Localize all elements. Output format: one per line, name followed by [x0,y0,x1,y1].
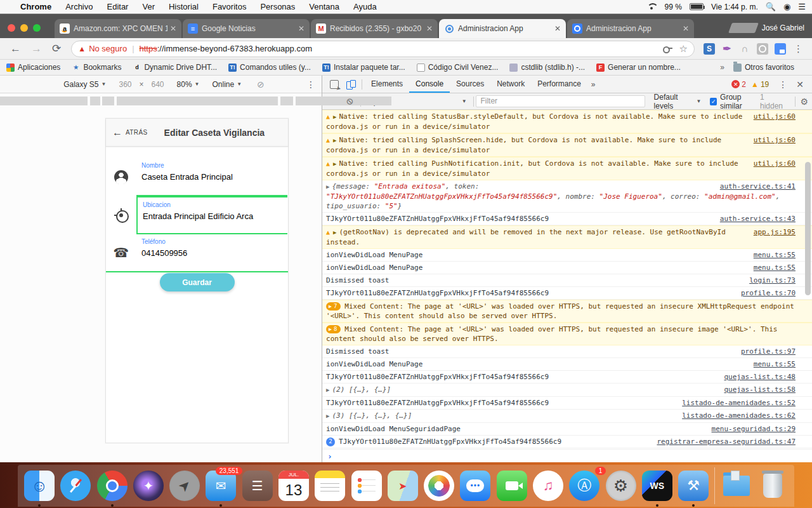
device-toolbar-menu[interactable]: ⋮ [306,79,315,90]
dock-icon-calendar[interactable]: JUL.13 [277,469,310,502]
tab-close-icon[interactable]: ✕ [683,24,689,33]
browser-tab[interactable]: Administracion App✕ [567,19,694,38]
clear-console-icon[interactable]: ⊘ [346,97,354,107]
console-settings-icon[interactable]: ⚙ [800,97,808,107]
expand-arrow-icon[interactable]: ▶ [333,114,336,120]
dock-icon-sysprefs[interactable]: ⚙ [605,469,638,502]
console-log-row[interactable]: listado-de-amenidades.ts:52TJkyYOrt011u8… [322,397,812,410]
devtools-tab-network[interactable]: Network [490,76,531,93]
menubar-item-ver[interactable]: Ver [142,2,155,11]
throttling-select[interactable]: Online▼ [213,80,242,89]
log-levels-select[interactable]: Default levels▼ [654,93,702,110]
menubar-item-chrome[interactable]: Chrome [20,2,51,11]
close-window-button[interactable] [8,24,15,32]
console-log-row[interactable]: editar-empresa.ts:63Dismissed toast [322,448,812,449]
source-link[interactable]: profile.ts:97 [741,347,796,356]
new-tab-button[interactable] [728,23,759,33]
console-log-row[interactable]: profile.ts:97Dismissed toast [322,345,812,358]
console-warning-row[interactable]: ▶7Mixed Content: The page at '<URL>' was… [322,300,812,323]
tab-close-icon[interactable]: ✕ [298,24,304,33]
dock-icon-photos[interactable] [422,469,455,502]
devtools-menu-button[interactable]: ⋮ [774,79,792,90]
source-link[interactable]: util.js:60 [754,159,796,168]
menubar-item-ventana[interactable]: Ventana [309,2,339,11]
tab-close-icon[interactable]: ✕ [426,24,433,33]
console-log-row[interactable]: auth-service.ts:41▶{message: "Entrada ex… [322,180,812,213]
console-log-row[interactable]: listado-de-amenidades.ts:62▶(3) [{…}, {…… [322,410,812,423]
devtools-close-button[interactable]: ✕ [792,79,808,90]
source-link[interactable]: listado-de-amenidades.ts:52 [682,398,796,408]
extension-pip-icon[interactable] [775,43,786,55]
source-link[interactable]: listado-de-amenidades.ts:62 [682,411,796,420]
field-value[interactable]: Caseta Entrada Principal [141,172,282,182]
bookmark-item[interactable]: T!Instalar paquete tar... [322,63,405,72]
viewport-width[interactable]: 360 [119,80,131,89]
dock-icon-finder[interactable]: ☺ [23,469,56,502]
bookmark-item[interactable]: ★Bookmarks [72,63,121,72]
dock-icon-webstorm[interactable]: WS [641,469,674,502]
siri-menubar-icon[interactable]: ◉ [783,2,790,11]
dock-icon-trash[interactable] [756,469,789,502]
bookmark-star-icon[interactable]: ☆ [679,43,688,55]
console-log-row[interactable]: registrar-empresa-seguridad.ts:472TJkyYO… [322,436,812,448]
dock-icon-facetime[interactable] [495,469,528,502]
dock-icon-maps[interactable]: ➤ [386,469,419,502]
dock-icon-xcode[interactable]: ⚒ [677,469,710,502]
text-input[interactable]: Teléfono0414509956 [136,234,287,271]
minimize-window-button[interactable] [20,24,28,32]
console-warning-row[interactable]: util.js:60▲▶Native: tried calling Splash… [322,133,812,157]
console-log-row[interactable]: profile.ts:70TJkyYOrt011u80eZFATZnHUatgg… [322,287,812,300]
console-scrollbar[interactable] [805,162,811,295]
dock-icon-launchpad[interactable]: ➤ [168,469,201,502]
tab-close-icon[interactable]: ✕ [554,24,561,33]
group-similar-checkbox[interactable]: ✓ [710,98,717,105]
console-log-row[interactable]: login.ts:73Dismissed toast [322,274,812,287]
expand-arrow-icon[interactable]: ▶ [326,387,329,393]
source-link[interactable]: menu.ts:55 [754,359,796,369]
device-select[interactable]: Galaxy S5▼ [63,80,106,89]
bookmark-item[interactable]: Aplicaciones [6,63,60,72]
inspect-element-icon[interactable] [330,80,339,89]
bookmarks-overflow-button[interactable]: » [720,63,724,72]
console-log-row[interactable]: menu.ts:55ionViewDidLoad MenuPage [322,262,812,274]
browser-tab[interactable]: aAmazon.com: XPC OMEN 15✕ [55,19,181,38]
console-log-row[interactable]: auth-service.ts:43TJkyYOrt011u80eZFATZnH… [322,213,812,225]
save-button[interactable]: Guardar [160,273,235,291]
error-count-badge[interactable]: ✕2 [731,80,746,89]
browser-tab[interactable]: ≡Google Noticias✕ [183,19,310,38]
profile-chip[interactable]: José Gabriel [730,23,804,33]
repeat-count-badge[interactable]: ▶8 [326,325,341,333]
wifi-icon[interactable] [647,3,657,11]
notification-center-icon[interactable]: ☰ [798,2,806,11]
source-link[interactable]: menu.ts:55 [754,250,796,260]
console-log-row[interactable]: quejas-list.ts:48TJkyYOrt011u80eZFATZnHU… [322,371,812,384]
source-link[interactable]: registrar-empresa-seguridad.ts:47 [657,437,796,446]
media-query-bar[interactable] [0,97,391,105]
menubar-item-archivo[interactable]: Archivo [65,2,93,11]
source-link[interactable]: login.ts:73 [749,276,796,285]
tab-close-icon[interactable]: ✕ [170,24,176,33]
source-link[interactable]: profile.ts:70 [741,288,796,298]
zoom-select[interactable]: 80%▼ [177,80,200,89]
expand-arrow-icon[interactable]: ▶ [326,184,329,190]
warning-count-badge[interactable]: ▲19 [751,80,769,89]
source-link[interactable]: menu-seguridad.ts:29 [712,424,796,434]
expand-arrow-icon[interactable]: ▶ [326,413,329,419]
console-log-row[interactable]: menu.ts:55ionViewDidLoad MenuPage [322,358,812,371]
expand-arrow-icon[interactable]: ▶ [333,161,336,167]
field-value[interactable]: Entrada Principal Edificio Arca [143,211,282,221]
address-bar[interactable]: ▲ No seguro | https ://immense-beyond-67… [71,41,695,57]
source-link[interactable]: app.js:195 [754,227,796,237]
more-panels-button[interactable]: » [587,80,599,89]
menubar-item-favoritos[interactable]: Favoritos [213,2,246,11]
browser-tab[interactable]: Administracion App✕ [439,19,566,38]
devtools-tab-performance[interactable]: Performance [531,76,587,93]
text-input[interactable]: NombreCaseta Entrada Principal [136,158,287,196]
source-link[interactable]: quejas-list.ts:58 [724,385,796,394]
console-log-row[interactable]: quejas-list.ts:58▶(2) [{…}, {…}] [322,384,812,397]
rotate-icon[interactable]: ⊘ [257,79,265,90]
toggle-device-toolbar-icon[interactable] [346,80,355,89]
expand-arrow-icon[interactable]: ▶ [333,229,336,236]
extension-s-icon[interactable]: S [704,43,715,55]
bookmark-item[interactable]: FGenerar un nombre... [596,63,681,72]
